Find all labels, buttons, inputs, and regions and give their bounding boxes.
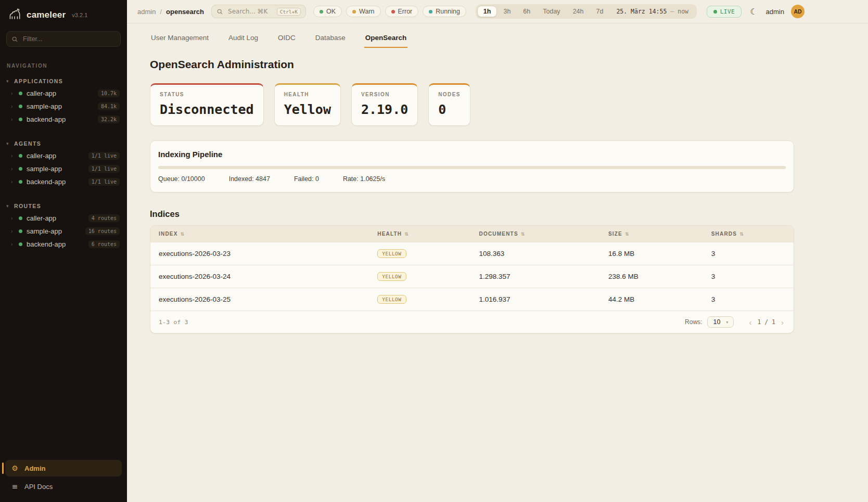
stat-card-health: HEALTH Yellow bbox=[274, 83, 341, 126]
filter-chip-warn[interactable]: Warn bbox=[346, 6, 380, 17]
sidebar-group-applications[interactable]: ▾ APPLICATIONS bbox=[0, 73, 127, 87]
topbar: admin / opensearch Ctrl+K OK bbox=[127, 0, 815, 23]
column-label: SIZE bbox=[608, 231, 622, 237]
topbar-wrap: admin / opensearch Ctrl+K OK bbox=[127, 0, 868, 23]
sidebar-item-applications-caller-app[interactable]: › caller-app 10.7k bbox=[0, 87, 127, 100]
sidebar-item-label: backend-app bbox=[27, 178, 84, 186]
tab-audit-log[interactable]: Audit Log bbox=[227, 30, 259, 48]
tab-opensearch[interactable]: OpenSearch bbox=[364, 30, 408, 48]
sidebar-item-api-docs[interactable]: ≡ API Docs bbox=[5, 478, 122, 495]
pipeline-metric-rate: Rate: 1.0625/s bbox=[343, 175, 385, 183]
table-body: executions-2026-03-23 YELLOW 108.363 16.… bbox=[150, 242, 794, 311]
stat-cards: STATUS Disconnected HEALTH Yellow VERSIO… bbox=[150, 83, 794, 126]
live-toggle-button[interactable]: LIVE bbox=[707, 6, 742, 18]
tab-database[interactable]: Database bbox=[314, 30, 347, 48]
sort-icon: ⇅ bbox=[739, 231, 744, 237]
sidebar-item-routes-backend-app[interactable]: › backend-app 6 routes bbox=[0, 238, 127, 251]
cell-size: 16.8 MB bbox=[600, 243, 703, 264]
page-indicator: 1 / 1 bbox=[757, 318, 775, 326]
stat-value: Disconnected bbox=[160, 102, 254, 117]
indexing-pipeline-panel: Indexing Pipeline Queue: 0/10000 Indexed… bbox=[150, 140, 794, 192]
sidebar-item-routes-caller-app[interactable]: › caller-app 4 routes bbox=[0, 212, 127, 225]
tab-oidc[interactable]: OIDC bbox=[277, 30, 297, 48]
cell-size: 238.6 MB bbox=[600, 266, 703, 287]
column-header-shards[interactable]: SHARDS ⇅ bbox=[703, 226, 794, 242]
stat-card-status: STATUS Disconnected bbox=[150, 83, 264, 126]
chevron-right-icon: › bbox=[781, 318, 784, 327]
cell-health: YELLOW bbox=[369, 242, 470, 265]
live-label: LIVE bbox=[720, 8, 735, 15]
chevron-down-icon: ▾ bbox=[6, 141, 10, 146]
cell-health: YELLOW bbox=[369, 288, 470, 311]
chevron-down-icon: ▾ bbox=[726, 320, 728, 325]
sidebar-item-routes-sample-app[interactable]: › sample-app 16 routes bbox=[0, 225, 127, 238]
cell-shards: 3 bbox=[703, 266, 794, 287]
next-page-button[interactable]: › bbox=[780, 318, 785, 326]
column-header-health[interactable]: HEALTH ⇅ bbox=[369, 226, 470, 242]
sidebar-item-agents-sample-app[interactable]: › sample-app 1/1 live bbox=[0, 162, 127, 175]
indices-table: INDEX ⇅ HEALTH ⇅ DOCUMENTS ⇅ SIZE ⇅ bbox=[150, 225, 794, 333]
filter-input[interactable] bbox=[22, 35, 116, 43]
row-range-label: 1-3 of 3 bbox=[159, 319, 188, 326]
sidebar-item-applications-backend-app[interactable]: › backend-app 32.2k bbox=[0, 113, 127, 126]
sidebar-item-label: sample-app bbox=[27, 165, 84, 173]
prev-page-button[interactable]: ‹ bbox=[747, 318, 753, 326]
global-search[interactable]: Ctrl+K bbox=[211, 5, 306, 18]
time-range-today[interactable]: Today bbox=[537, 6, 566, 17]
column-header-documents[interactable]: DOCUMENTS ⇅ bbox=[471, 226, 600, 242]
pipeline-metrics: Queue: 0/10000 Indexed: 4847 Failed: 0 R… bbox=[158, 175, 786, 183]
sidebar-item-label: Admin bbox=[24, 465, 45, 472]
column-header-size[interactable]: SIZE ⇅ bbox=[600, 226, 703, 242]
cell-index: executions-2026-03-24 bbox=[150, 266, 369, 287]
tab-user-management[interactable]: User Management bbox=[150, 30, 210, 48]
time-range-24h[interactable]: 24h bbox=[567, 6, 590, 17]
indices-section-title: Indices bbox=[150, 209, 794, 219]
sidebar-item-badge: 1/1 live bbox=[88, 165, 120, 173]
table-row[interactable]: executions-2026-03-25 YELLOW 1.016.937 4… bbox=[150, 288, 794, 311]
sidebar-item-badge: 1/1 live bbox=[88, 152, 120, 160]
sidebar-group-routes[interactable]: ▾ ROUTES bbox=[0, 198, 127, 212]
search-input[interactable] bbox=[227, 7, 273, 16]
pipeline-metric-queue: Queue: 0/10000 bbox=[158, 175, 205, 183]
brand-header: cameleer v3.2.1 bbox=[0, 0, 127, 28]
health-badge: YELLOW bbox=[377, 249, 406, 258]
stat-label: VERSION bbox=[361, 92, 408, 97]
filter-chip-error[interactable]: Error bbox=[385, 6, 419, 17]
time-range-1h[interactable]: 1h bbox=[477, 6, 497, 17]
rows-per-page-select[interactable]: 10 ▾ bbox=[707, 316, 734, 328]
cell-documents: 1.016.937 bbox=[471, 289, 600, 310]
sidebar-item-label: API Docs bbox=[24, 483, 53, 491]
stat-value: 0 bbox=[438, 102, 461, 117]
time-range-3h[interactable]: 3h bbox=[497, 6, 517, 17]
datetime-separator: — bbox=[670, 8, 674, 15]
spacer bbox=[0, 188, 127, 198]
spacer bbox=[0, 126, 127, 135]
time-range-selector: 1h 3h 6h Today 24h 7d 25. März 14:55 — n… bbox=[476, 4, 697, 19]
filter-chip-running[interactable]: Running bbox=[423, 6, 466, 17]
time-range-6h[interactable]: 6h bbox=[517, 6, 537, 17]
datetime-display[interactable]: 25. März 14:55 — now bbox=[609, 8, 695, 15]
sidebar-item-admin[interactable]: ⚙ Admin bbox=[5, 460, 122, 477]
status-dot-icon bbox=[19, 118, 22, 121]
breadcrumb-parent[interactable]: admin bbox=[137, 8, 156, 16]
time-range-7d[interactable]: 7d bbox=[590, 6, 609, 17]
sidebar-footer: ⚙ Admin ≡ API Docs bbox=[0, 456, 127, 502]
status-dot-icon bbox=[19, 167, 22, 171]
cell-documents: 1.298.357 bbox=[471, 266, 600, 287]
table-header-row: INDEX ⇅ HEALTH ⇅ DOCUMENTS ⇅ SIZE ⇅ bbox=[150, 226, 794, 242]
sidebar-group-agents[interactable]: ▾ AGENTS bbox=[0, 135, 127, 149]
filter-chip-ok[interactable]: OK bbox=[313, 6, 342, 17]
avatar[interactable]: AD bbox=[791, 5, 805, 18]
sidebar-item-badge: 4 routes bbox=[88, 214, 120, 222]
column-header-index[interactable]: INDEX ⇅ bbox=[150, 226, 369, 242]
sidebar-filter[interactable] bbox=[6, 31, 121, 47]
nav-section-label: NAVIGATION bbox=[0, 50, 127, 73]
sidebar-item-agents-caller-app[interactable]: › caller-app 1/1 live bbox=[0, 149, 127, 162]
chevron-right-icon: › bbox=[11, 241, 15, 247]
table-row[interactable]: executions-2026-03-23 YELLOW 108.363 16.… bbox=[150, 242, 794, 265]
sidebar-item-agents-backend-app[interactable]: › backend-app 1/1 live bbox=[0, 175, 127, 188]
theme-toggle-button[interactable]: ☾ bbox=[748, 7, 759, 17]
table-row[interactable]: executions-2026-03-24 YELLOW 1.298.357 2… bbox=[150, 265, 794, 288]
sidebar-item-applications-sample-app[interactable]: › sample-app 84.1k bbox=[0, 100, 127, 113]
pagination: ‹ 1 / 1 › bbox=[747, 318, 785, 326]
